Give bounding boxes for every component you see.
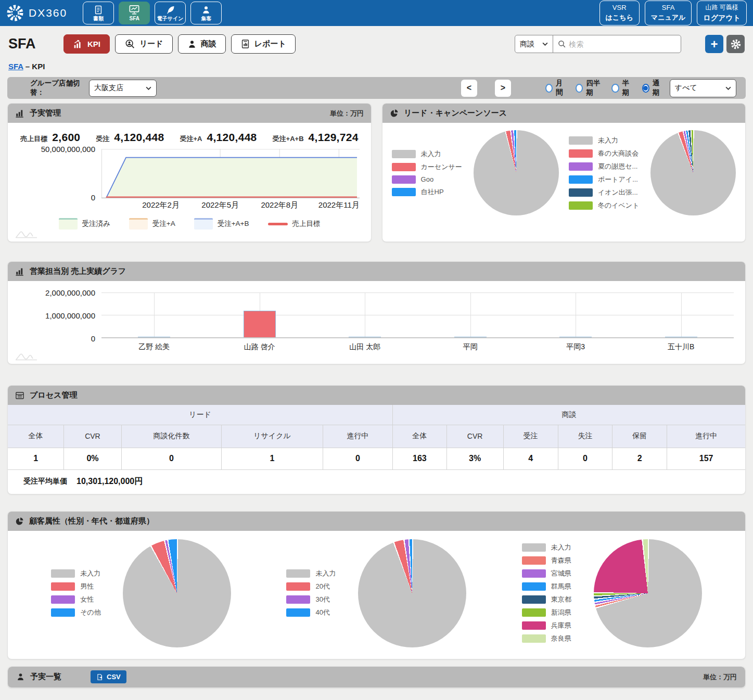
budget-panel: 予実管理 単位：万円 売上目標 2,600 受注 4,120,448 受注+A … [7,103,372,242]
legend-item[interactable]: 40代 [286,608,344,617]
legend-label: 自社HP [421,187,444,197]
nav-tile-marketing[interactable]: 集客 [190,2,222,24]
csv-export-button[interactable]: CSV [91,670,126,683]
x-tick-label: 2022年5月 [201,200,239,210]
legend-item[interactable]: 群馬県 [522,582,580,591]
legend-swatch [392,188,416,196]
legend-label: 30代 [315,595,329,604]
legend-swatch [51,569,75,578]
legend-item[interactable]: その他 [51,608,109,617]
legend-item[interactable]: イオン出張... [569,188,640,197]
legend-label: Goo [421,175,434,183]
tab-deals[interactable]: 商談 [178,34,226,54]
legend-item[interactable]: 未入力 [522,543,580,552]
legend-item[interactable]: 兵庫県 [522,621,580,630]
legend-item[interactable]: 受注+A [129,218,175,230]
legend-item[interactable]: 自社HP [392,187,462,197]
period-radio-quarter[interactable]: 四半期 [576,79,603,97]
legend-item[interactable]: 未入力 [569,136,640,145]
range-select[interactable]: すべて [670,79,736,97]
legend-label: イオン出張... [598,188,638,197]
dx360-logo[interactable]: DX360 [6,4,67,22]
legend-item[interactable]: 未入力 [392,149,462,159]
legend-item[interactable]: 受注済み [59,218,110,230]
prefecture-pie[interactable] [594,539,702,647]
gender-pie[interactable] [123,539,231,647]
legend-swatch [392,163,416,171]
bar[interactable] [244,311,276,337]
cell-value: 0 [121,448,222,469]
x-tick-label: 2022年11月 [318,200,360,210]
legend-item[interactable]: 未入力 [286,569,344,578]
nav-tile-sfa[interactable]: SFA [119,2,150,24]
legend-item[interactable]: カーセンサー [392,162,462,172]
budget-panel-title: 予実管理 [30,108,61,118]
nav-tile-label: 電子サイン [157,16,184,21]
legend-item[interactable]: ポートアイ... [569,175,640,184]
legend-swatch [569,188,593,197]
process-header: プロセス管理 [8,386,745,405]
period-radio-half[interactable]: 半期 [611,79,633,97]
legend-label: 新潟県 [551,608,571,617]
period-radio-full[interactable]: 通期 [642,79,663,97]
pie-chart-icon [390,109,399,118]
stat-orders-ab: 受注+A+B 4,129,724 [273,131,359,144]
tab-kpi[interactable]: KPI [63,34,110,54]
legend-item[interactable]: 30代 [286,595,344,604]
col-header: 進行中 [323,425,393,448]
bar[interactable] [559,337,592,337]
x-tick-label: 2022年2月 [142,200,180,210]
legend-item[interactable]: 女性 [51,595,109,604]
legend-item[interactable]: 20代 [286,582,344,591]
bar[interactable] [138,337,170,337]
search-input[interactable] [569,40,676,48]
legend-swatch [286,582,310,591]
legend-item[interactable]: 新潟県 [522,608,580,617]
legend-item[interactable]: 冬のイベント [569,201,640,210]
stat-label: 受注+A+B [273,134,304,144]
legend-item[interactable]: 奈良県 [522,634,580,643]
legend-item[interactable]: Goo [392,175,462,184]
breadcrumb-sfa-link[interactable]: SFA [8,62,23,71]
next-period-button[interactable]: > [495,80,511,97]
legend-item[interactable]: 男性 [51,582,109,591]
search-category-select[interactable]: 商談 [515,35,553,53]
quill-icon [165,5,175,15]
bar[interactable] [454,337,487,337]
nav-tile-esign[interactable]: 電子サイン [155,2,186,24]
age-pie[interactable] [358,539,466,647]
legend-label: 未入力 [598,136,618,145]
add-button[interactable]: + [705,35,723,53]
bar[interactable] [349,337,381,337]
legend-item[interactable]: 受注+A+B [194,218,249,230]
legend-item[interactable]: 夏の謝恩セ... [569,162,640,171]
lead-person-search-icon [124,39,135,49]
prev-period-button[interactable]: < [461,80,477,97]
group-store-select[interactable]: 大阪支店 [89,80,157,97]
search-icon [558,40,566,48]
legend-item[interactable]: 未入力 [51,569,109,578]
breadcrumb-current: KPI [32,62,45,71]
legend-label: カーセンサー [421,162,462,172]
lead-source-pie[interactable] [474,130,559,215]
tab-report[interactable]: レポート [231,34,296,54]
settings-button[interactable] [726,35,745,53]
period-radio-monthly[interactable]: 月間 [545,79,567,97]
lead-source-legend: 未入力カーセンサーGoo自社HP [392,149,462,197]
pie-chart-icon [15,517,24,526]
sfa-manual-link[interactable]: SFA マニュアル [645,1,692,26]
tab-lead[interactable]: リード [115,34,173,54]
legend-item[interactable]: 売上目標 [268,219,321,228]
logout-button[interactable]: 山路 可義様 ログアウト [697,1,747,26]
vsr-link[interactable]: VSR はこちら [599,1,640,26]
legend-item[interactable]: 東京都 [522,595,580,604]
legend-item[interactable]: 青森県 [522,556,580,565]
campaign-source-pie[interactable] [650,130,736,215]
legend-swatch [286,595,310,604]
legend-item[interactable]: 宮城県 [522,569,580,578]
bar[interactable] [665,337,697,337]
nav-tile-documents[interactable]: 書類 [83,2,114,24]
legend-swatch [569,136,593,145]
legend-item[interactable]: 春の大商談会 [569,149,640,158]
legend-swatch [522,608,546,617]
